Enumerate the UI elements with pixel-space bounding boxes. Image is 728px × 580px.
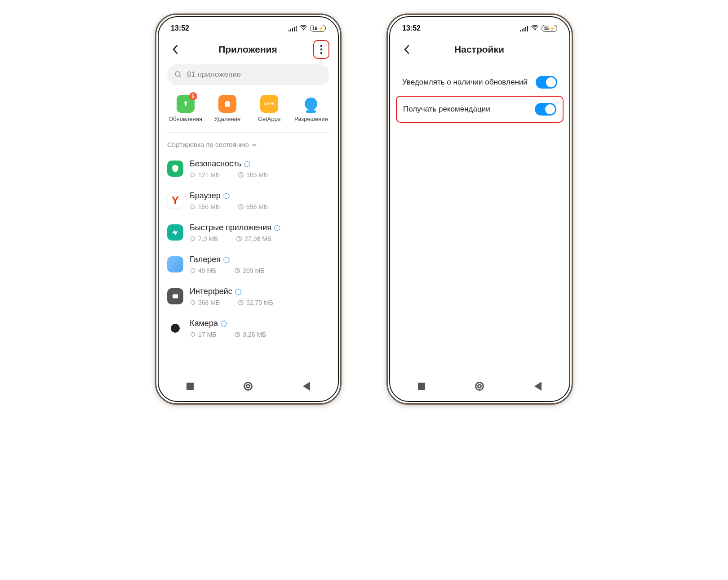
vol-button[interactable] <box>572 105 573 145</box>
app-row[interactable]: Интерфейс 368 МБ 52,75 МБ <box>167 281 329 312</box>
signal-icon <box>520 25 528 31</box>
header: Настройки <box>392 37 567 62</box>
svg-point-1 <box>320 49 322 50</box>
app-row[interactable]: Галерея 49 МБ 269 МБ <box>167 249 329 281</box>
shortcut-updates[interactable]: 5 Обновления <box>165 95 206 122</box>
wifi-icon <box>299 23 307 33</box>
status-bar: 13:52 16⚡ <box>161 19 336 37</box>
svg-point-6 <box>191 205 195 209</box>
search-icon <box>174 71 182 79</box>
shortcuts: 5 Обновления Удаление APPS GetApps Разре… <box>161 91 336 132</box>
shortcut-uninstall[interactable]: Удаление <box>207 95 248 122</box>
svg-point-15 <box>191 333 195 337</box>
shortcut-permissions[interactable]: Разрешения <box>291 95 331 122</box>
shield-icon <box>167 161 183 177</box>
status-bar: 13:52 15⚡ <box>392 19 567 37</box>
svg-point-8 <box>191 237 195 241</box>
toggle-updates[interactable] <box>536 76 557 89</box>
shortcut-getapps[interactable]: APPS GetApps <box>249 95 289 122</box>
phone-left: 13:52 16⚡ Приложения 81 приложение 5 <box>155 13 342 405</box>
updates-icon: 5 <box>177 95 195 113</box>
app-row[interactable]: Быстрые приложения 7,9 МБ 27,98 МБ <box>167 217 329 249</box>
sort-dropdown[interactable]: Сортировка по состоянию <box>161 133 336 152</box>
page-title: Приложения <box>182 44 313 55</box>
power-button[interactable] <box>572 154 573 188</box>
loading-icon <box>223 193 230 199</box>
svg-point-3 <box>175 71 180 76</box>
loading-icon <box>244 161 250 167</box>
search-field[interactable]: 81 приложение <box>167 64 329 85</box>
back-button[interactable] <box>399 42 414 57</box>
phone-right: 13:52 15⚡ Настройки Уведомлять о наличии… <box>386 13 573 405</box>
nav-bar <box>392 374 567 399</box>
clock: 13:52 <box>171 24 189 32</box>
nav-back[interactable] <box>302 382 311 391</box>
nav-home[interactable] <box>475 382 484 391</box>
wifi-icon <box>531 23 539 33</box>
screen-right: 13:52 15⚡ Настройки Уведомлять о наличии… <box>392 19 567 399</box>
app-row[interactable]: Y Браузер 156 МБ 656 МБ <box>167 185 329 217</box>
browser-icon: Y <box>167 192 183 209</box>
battery-icon: 16⚡ <box>310 25 326 32</box>
loading-icon <box>235 289 241 295</box>
signal-icon <box>289 25 297 31</box>
page-title: Настройки <box>414 44 545 55</box>
header: Приложения <box>161 37 336 62</box>
nav-recents[interactable] <box>417 382 426 391</box>
loading-icon <box>221 321 227 327</box>
getapps-icon: APPS <box>260 95 278 113</box>
loading-icon <box>223 257 230 263</box>
app-list: Безопасность 121 МБ 105 МБ Y Браузер 156… <box>161 152 336 344</box>
chevron-down-icon <box>251 142 257 148</box>
nav-home[interactable] <box>244 382 253 391</box>
svg-point-10 <box>191 269 195 273</box>
permissions-icon <box>302 95 320 113</box>
svg-rect-12 <box>173 294 178 299</box>
back-button[interactable] <box>167 42 182 57</box>
vol-button[interactable] <box>340 105 342 145</box>
gear-icon <box>190 172 196 178</box>
battery-icon: 15⚡ <box>542 25 557 32</box>
nav-bar <box>161 374 336 399</box>
search-placeholder: 81 приложение <box>187 70 241 79</box>
more-menu-button[interactable] <box>313 40 329 59</box>
interface-icon <box>167 288 183 304</box>
svg-point-4 <box>191 173 195 177</box>
screen-left: 13:52 16⚡ Приложения 81 приложение 5 <box>161 19 336 399</box>
trash-icon <box>218 95 236 113</box>
nav-recents[interactable] <box>186 382 195 391</box>
setting-row-recommendations[interactable]: Получать рекомендации <box>396 96 564 123</box>
clock: 13:52 <box>402 24 421 32</box>
power-button[interactable] <box>340 154 342 188</box>
svg-point-0 <box>320 45 322 47</box>
nav-back[interactable] <box>533 382 542 391</box>
clock-icon <box>238 172 244 178</box>
loading-icon <box>274 225 280 231</box>
quickapps-icon <box>167 224 183 241</box>
svg-point-2 <box>320 52 322 54</box>
svg-point-13 <box>191 301 195 305</box>
toggle-recommendations[interactable] <box>535 103 556 116</box>
app-row[interactable]: Камера 17 МБ 3,26 МБ <box>167 312 329 344</box>
camera-icon <box>167 320 183 336</box>
updates-badge: 5 <box>189 92 197 100</box>
app-row[interactable]: Безопасность 121 МБ 105 МБ <box>167 153 329 185</box>
gallery-icon <box>167 256 183 272</box>
setting-row-updates[interactable]: Уведомлять о наличии обновлений <box>392 69 567 96</box>
